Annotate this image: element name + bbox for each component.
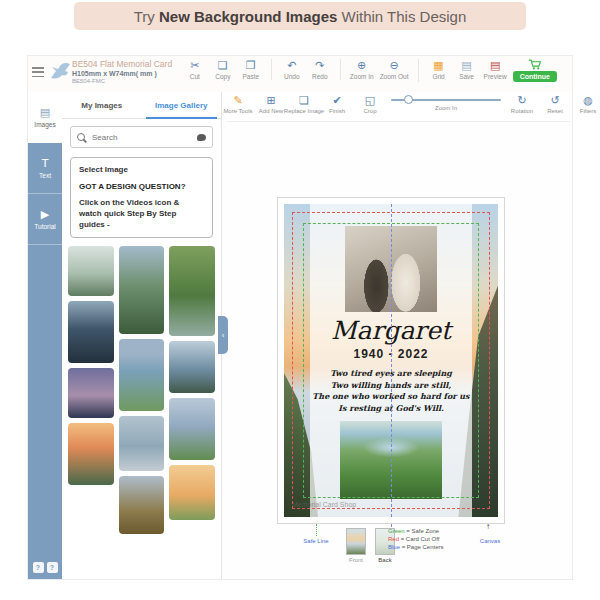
page-thumb-front[interactable]: Front — [346, 528, 366, 563]
crop-icon: ◱ — [365, 95, 375, 107]
card-name-text[interactable]: Margaret — [331, 318, 451, 343]
header: BE504 Flat Memorial Card H105mm x W74mm(… — [28, 56, 572, 92]
gallery-thumbnail-loch-hills[interactable] — [169, 341, 215, 393]
replace-image-label: Replace Image — [284, 108, 324, 114]
help-button[interactable]: ? — [33, 562, 44, 573]
sidebar-tab-tutorial[interactable]: ▶Tutorial — [28, 194, 62, 245]
rotation-icon: ↻ — [517, 95, 526, 107]
continue-button[interactable]: Continue — [513, 59, 557, 82]
zoom-out-button[interactable]: ⊖Zoom Out — [380, 59, 409, 80]
image-gallery-panel: My ImagesImage Gallery Select Image GOT … — [62, 92, 222, 579]
undo-button[interactable]: ↶Undo — [281, 59, 303, 80]
tab-my-images[interactable]: My Images — [62, 92, 142, 118]
top-toolbar: ✂Cut❏Copy❐Paste↶Undo↷Redo⊕Zoom In⊖Zoom O… — [175, 59, 566, 82]
promo-banner[interactable]: Try New Background Images Within This De… — [74, 2, 526, 30]
legend-color-word: Blue — [388, 544, 400, 550]
cut-button[interactable]: ✂Cut — [184, 59, 206, 80]
grid-label: Grid — [432, 73, 444, 80]
filters-label: Filters — [580, 108, 596, 114]
text-label: Text — [39, 172, 51, 179]
undo-label: Undo — [284, 73, 300, 80]
undo-icon: ↶ — [287, 59, 296, 72]
gallery-thumbnail-green-lake-valley[interactable] — [119, 246, 165, 334]
menu-icon[interactable] — [32, 67, 44, 77]
panel-collapse-handle[interactable]: ‹ — [218, 316, 228, 354]
zoom-in-label: Zoom In — [350, 73, 374, 80]
grid-icon: ▦ — [433, 59, 443, 72]
copy-label: Copy — [215, 73, 230, 80]
legend-item: Blue = Page Centers — [388, 543, 444, 551]
finish-button[interactable]: ✔Finish — [325, 95, 349, 114]
save-label: Save — [459, 73, 474, 80]
promo-text-prefix: Try — [134, 8, 159, 25]
save-icon: ▤ — [461, 59, 471, 72]
gallery-thumbnail-misty-castle-hill[interactable] — [68, 246, 114, 296]
paste-label: Paste — [242, 73, 259, 80]
gallery-thumbnail-purple-dusk-lake[interactable] — [68, 368, 114, 418]
screen: Try New Background Images Within This De… — [0, 0, 600, 600]
legend-text: = Card Cut Off — [399, 536, 439, 542]
save-button[interactable]: ▤Save — [456, 59, 478, 82]
zoom-slider-track[interactable] — [391, 99, 501, 101]
tab-image-gallery[interactable]: Image Gallery — [142, 92, 222, 118]
zoom-out-label: Zoom Out — [380, 73, 409, 80]
document-dimensions: H105mm x W74mm( mm ) — [72, 70, 172, 79]
add-new-button[interactable]: ⊞Add New — [259, 95, 283, 114]
sidebar-tab-images[interactable]: ▤Images — [28, 92, 62, 143]
reset-button[interactable]: ↺Reset — [543, 95, 567, 114]
filters-button[interactable]: ◍Filters — [576, 95, 600, 114]
family-photo[interactable] — [340, 421, 442, 499]
paste-button[interactable]: ❐Paste — [240, 59, 262, 80]
sidebar-tab-text[interactable]: TText — [28, 143, 62, 194]
search-input[interactable] — [90, 132, 192, 143]
safe-line-extension — [316, 524, 317, 536]
card-years-text[interactable]: 1940 - 2022 — [353, 347, 428, 361]
gallery-thumbnail-lighthouse-sunset[interactable] — [169, 465, 215, 520]
gallery-thumbnail-rainbow-mountain[interactable] — [119, 339, 165, 411]
canvas-label: Canvas — [470, 538, 510, 544]
paste-icon: ❐ — [246, 59, 256, 72]
legend-text: = Safe Zone — [405, 528, 440, 534]
gallery-thumbnail-sunset-cliff-river[interactable] — [68, 423, 114, 485]
document-info: BE504 Flat Memorial Card H105mm x W74mm(… — [72, 59, 172, 86]
card-poem[interactable]: Two tired eyes are sleepingTwo willing h… — [312, 368, 469, 414]
grid-button[interactable]: ▦Grid — [428, 59, 450, 82]
add-new-icon: ⊞ — [266, 95, 275, 107]
gallery-thumbnail-cloudy-meadow[interactable] — [169, 398, 215, 460]
rotation-button[interactable]: ↻Rotation — [510, 95, 534, 114]
preview-label: Preview — [484, 73, 507, 80]
more-tools-icon: ✎ — [233, 95, 242, 107]
toolbar-group: ↶Undo↷Redo — [271, 59, 340, 80]
info-button[interactable]: ? — [47, 562, 58, 573]
preview-button[interactable]: ▤Preview — [484, 59, 507, 82]
copy-button[interactable]: ❏Copy — [212, 59, 234, 80]
zoom-slider[interactable]: Zoom In — [391, 95, 501, 111]
more-tools-button[interactable]: ✎More Tools — [226, 95, 250, 114]
gallery-thumbnail-mossy-stream[interactable] — [169, 246, 215, 336]
redo-button[interactable]: ↷Redo — [309, 59, 331, 80]
zoom-in-button[interactable]: ⊕Zoom In — [350, 59, 374, 80]
search-box[interactable] — [70, 126, 213, 148]
text-icon: T — [42, 158, 49, 170]
search-go-icon[interactable] — [197, 134, 206, 141]
sidebar: ▤ImagesTText▶Tutorial?? — [28, 92, 62, 579]
images-label: Images — [34, 121, 55, 128]
toolbar-group: ⊕Zoom In⊖Zoom Out — [340, 59, 418, 80]
zoom-slider-knob[interactable] — [404, 95, 413, 104]
gallery-thumbnail-mountain-lake-reflection[interactable] — [68, 301, 114, 363]
memorial-card-design[interactable]: Margaret 1940 - 2022 Two tired eyes are … — [284, 204, 498, 517]
gallery-thumbnail-autumn-hill[interactable] — [119, 476, 165, 534]
legend-text: = Page Centers — [400, 544, 444, 550]
page-thumb-image[interactable] — [346, 528, 366, 555]
promo-text-highlight: New Background Images — [159, 8, 337, 25]
page-thumb-label: Front — [346, 557, 366, 563]
preview-icon: ▤ — [490, 59, 500, 72]
wedding-photo[interactable] — [345, 226, 437, 312]
rotation-label: Rotation — [511, 108, 533, 114]
gallery-thumbnail-calm-bay[interactable] — [119, 416, 165, 471]
replace-image-button[interactable]: ❏Replace Image — [292, 95, 316, 114]
crop-button[interactable]: ◱Crop — [358, 95, 382, 114]
cut-label: Cut — [190, 73, 200, 80]
legend-color-word: Green — [388, 528, 405, 534]
app-window: BE504 Flat Memorial Card H105mm x W74mm(… — [27, 55, 573, 580]
